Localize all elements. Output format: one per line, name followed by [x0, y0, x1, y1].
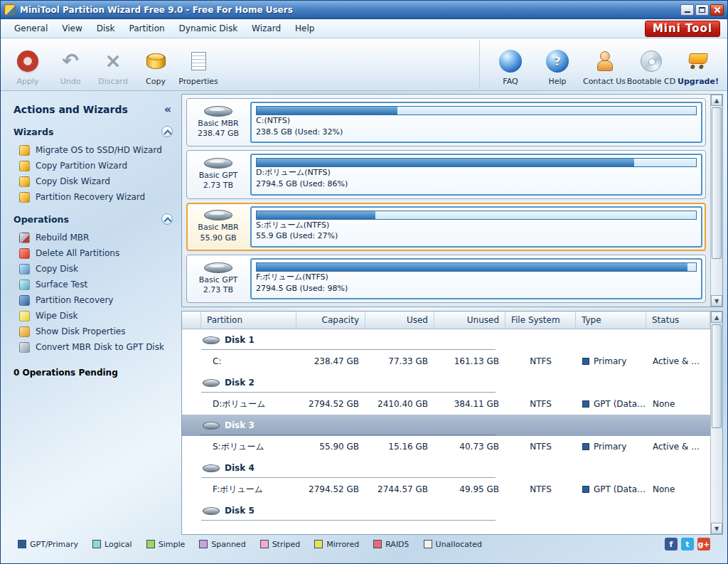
partition-label: C:(NTFS): [256, 115, 697, 127]
copy-button[interactable]: Copy: [134, 41, 177, 89]
disk-group-row-5[interactable]: Disk 5: [182, 500, 710, 521]
facebook-icon[interactable]: f: [665, 538, 678, 550]
disk-map-row-disk1[interactable]: Basic MBR 238.47 GB C:(NTFS) 238.5 GB (U…: [186, 98, 706, 147]
sidebar-item-convert-mbr-to-gpt[interactable]: Convert MBR Disk to GPT Disk: [14, 339, 176, 355]
menu-dynamic-disk[interactable]: Dynamic Disk: [173, 21, 245, 36]
menu-disk[interactable]: Disk: [90, 21, 122, 36]
col-capacity[interactable]: Capacity: [296, 312, 365, 329]
collapse-wizards-icon[interactable]: [161, 126, 173, 137]
sidebar-item-partition-recovery-wizard[interactable]: Partition Recovery Wizard: [14, 189, 176, 205]
legend-unallocated: Unallocated: [424, 540, 482, 549]
menu-general[interactable]: General: [8, 21, 54, 36]
partition-row-f[interactable]: F:ボリューム 2794.52 GB 2744.57 GB 49.95 GB N…: [182, 479, 710, 500]
col-file-system[interactable]: File System: [505, 312, 576, 329]
partition-row-c[interactable]: C: 238.47 GB 77.33 GB 161.13 GB NTFS Pri…: [182, 351, 710, 372]
title-bar: MiniTool Partition Wizard Free 9.0 - Fre…: [1, 1, 727, 19]
help-icon: ?: [546, 50, 569, 73]
sidebar-item-partition-recovery[interactable]: Partition Recovery: [14, 292, 176, 308]
sidebar-item-copy-disk-wizard[interactable]: Copy Disk Wizard: [14, 174, 176, 189]
sidebar-item-show-disk-properties[interactable]: Show Disk Properties: [14, 324, 176, 339]
table-scrollbar[interactable]: ▲ ▼: [710, 312, 722, 534]
contact-us-button[interactable]: Contact Us: [581, 41, 628, 89]
surface-test-icon: [19, 280, 30, 290]
properties-icon: [191, 52, 206, 70]
menu-partition[interactable]: Partition: [123, 21, 171, 36]
disk-type-label: Basic MBR: [198, 119, 238, 129]
menu-bar: General View Disk Partition Dynamic Disk…: [1, 19, 727, 38]
scroll-up-icon[interactable]: ▲: [711, 95, 722, 106]
minimize-button[interactable]: [680, 4, 694, 16]
sidebar-item-copy-partition-wizard[interactable]: Copy Partition Wizard: [14, 158, 176, 174]
col-status[interactable]: Status: [646, 312, 710, 329]
hard-disk-icon: [204, 262, 232, 273]
scroll-down-icon[interactable]: ▼: [711, 523, 722, 534]
disk-map-row-disk3-selected[interactable]: Basic MBR 55.90 GB S:ボリューム(NTFS) 55.9 GB…: [186, 203, 706, 251]
help-button[interactable]: ? Help: [534, 41, 581, 89]
scroll-up-icon[interactable]: ▲: [711, 312, 722, 323]
disk-size-label: 238.47 GB: [198, 129, 239, 139]
bootable-cd-button[interactable]: Bootable CD: [628, 41, 675, 89]
menu-help[interactable]: Help: [289, 21, 321, 36]
col-type[interactable]: Type: [576, 312, 646, 329]
migrate-os-wizard-icon: [19, 145, 30, 156]
partition-name: D:ボリューム: [201, 398, 296, 410]
faq-globe-icon: [499, 50, 522, 73]
google-plus-icon[interactable]: g+: [697, 538, 710, 550]
usage-bar: [256, 262, 697, 272]
undo-button[interactable]: ↶ Undo: [49, 41, 92, 89]
maximize-button[interactable]: [695, 4, 709, 16]
window-bottom-frame: [1, 553, 727, 563]
disk-type-label: Basic MBR: [198, 223, 238, 233]
copy-partition-wizard-icon: [19, 161, 30, 171]
partition-block-d[interactable]: D:ボリューム(NTFS) 2794.5 GB (Used: 86%): [250, 154, 702, 195]
partition-recovery-wizard-icon: [19, 192, 30, 203]
col-unused[interactable]: Unused: [434, 312, 505, 329]
partition-type-color: [582, 443, 589, 450]
sidebar-title: Actions and Wizards: [14, 104, 128, 115]
partition-block-f[interactable]: F:ボリューム(NTFS) 2794.5 GB (Used: 98%): [250, 258, 702, 299]
partition-name: S:ボリューム: [201, 441, 296, 453]
partition-block-c[interactable]: C:(NTFS) 238.5 GB (Used: 32%): [250, 102, 702, 143]
apply-button[interactable]: Apply: [6, 41, 49, 89]
sidebar-item-delete-all-partitions[interactable]: Delete All Partitions: [14, 245, 176, 261]
usage-fill: [257, 211, 375, 219]
disk-group-row-2[interactable]: Disk 2: [182, 372, 710, 393]
disk-map-scrollbar[interactable]: ▲ ▼: [710, 95, 722, 307]
scrollbar-thumb[interactable]: [712, 107, 722, 259]
disk-map-row-disk2[interactable]: Basic GPT 2.73 TB D:ボリューム(NTFS) 2794.5 G…: [186, 150, 706, 198]
sidebar-item-copy-disk[interactable]: Copy Disk: [14, 261, 176, 277]
disk-group-row-4[interactable]: Disk 4: [182, 457, 710, 479]
scroll-down-icon[interactable]: ▼: [711, 295, 722, 307]
discard-icon: ×: [105, 51, 121, 71]
menu-view[interactable]: View: [55, 21, 88, 36]
properties-button[interactable]: Properties: [177, 41, 220, 89]
collapse-operations-icon[interactable]: [161, 213, 173, 225]
collapse-sidebar-icon[interactable]: «: [160, 102, 176, 116]
disk-size-label: 2.73 TB: [203, 285, 233, 295]
copy-icon: [146, 53, 166, 69]
sidebar-item-surface-test[interactable]: Surface Test: [14, 277, 176, 292]
disk-group-row-1[interactable]: Disk 1: [182, 329, 710, 351]
contact-person-icon: [595, 50, 614, 72]
legend-logical: Logical: [92, 540, 132, 549]
partition-row-d[interactable]: D:ボリューム 2794.52 GB 2410.40 GB 384.11 GB …: [182, 393, 710, 415]
close-button[interactable]: [710, 4, 724, 16]
discard-button[interactable]: × Discard: [92, 41, 134, 89]
scrollbar-thumb[interactable]: [712, 324, 722, 428]
partition-type-color: [582, 400, 589, 408]
disk-group-row-3-selected[interactable]: Disk 3: [182, 415, 710, 436]
partition-row-s[interactable]: S:ボリューム 55.90 GB 15.16 GB 40.73 GB NTFS …: [182, 436, 710, 457]
menu-wizard[interactable]: Wizard: [245, 21, 287, 36]
disk-map-row-disk4[interactable]: Basic GPT 2.73 TB F:ボリューム(NTFS) 2794.5 G…: [186, 255, 706, 303]
copy-disk-icon: [19, 264, 30, 275]
upgrade-button[interactable]: Upgrade!: [675, 41, 722, 89]
sidebar-item-rebuild-mbr[interactable]: Rebuild MBR: [14, 230, 176, 245]
col-used[interactable]: Used: [365, 312, 434, 329]
sidebar-item-migrate-os[interactable]: Migrate OS to SSD/HD Wizard: [14, 142, 176, 158]
twitter-icon[interactable]: t: [681, 538, 694, 550]
faq-button[interactable]: FAQ: [487, 41, 534, 89]
partition-block-s[interactable]: S:ボリューム(NTFS) 55.9 GB (Used: 27%): [250, 206, 702, 248]
sidebar-item-wipe-disk[interactable]: Wipe Disk: [14, 308, 176, 324]
col-partition[interactable]: Partition: [201, 312, 296, 329]
partition-recovery-icon: [19, 295, 30, 306]
